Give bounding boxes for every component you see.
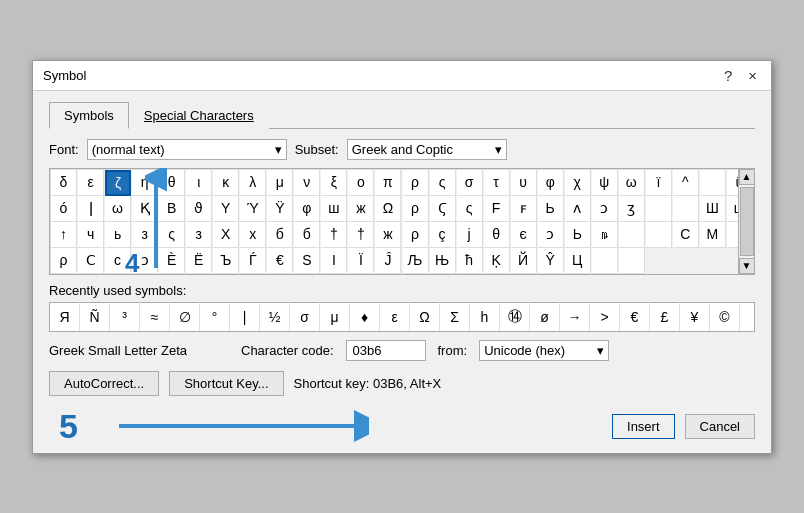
symbol-cell[interactable]: ς <box>457 196 483 222</box>
char-code-input[interactable] <box>346 340 426 361</box>
symbol-cell[interactable]: Ύ <box>240 196 266 222</box>
symbol-cell[interactable]: ç <box>430 222 456 248</box>
symbol-cell[interactable]: б <box>267 222 293 248</box>
close-button[interactable]: × <box>744 67 761 84</box>
symbol-cell[interactable]: Ь <box>538 196 564 222</box>
symbol-cell[interactable]: Ϛ <box>430 196 456 222</box>
symbol-cell[interactable]: ζ <box>105 170 131 196</box>
autocorrect-button[interactable]: AutoCorrect... <box>49 371 159 396</box>
symbol-cell[interactable]: ш <box>321 196 347 222</box>
recent-cell[interactable]: ⑭ <box>500 302 530 331</box>
symbol-cell[interactable]: υ <box>511 170 537 196</box>
symbol-cell[interactable]: з <box>186 222 212 248</box>
symbol-cell[interactable]: Ŷ <box>538 248 564 274</box>
symbol-cell[interactable]: є <box>511 222 537 248</box>
symbol-cell[interactable]: δ <box>51 170 77 196</box>
symbol-cell[interactable]: ɔ <box>538 222 564 248</box>
symbol-cell[interactable]: € <box>267 248 293 274</box>
symbol-cell[interactable]: † <box>321 222 347 248</box>
symbol-cell[interactable]: ó <box>51 196 77 222</box>
symbol-cell[interactable]: I <box>321 248 347 274</box>
recent-cell[interactable]: Ω <box>410 302 440 331</box>
symbol-cell[interactable]: Ц <box>565 248 591 274</box>
symbol-cell[interactable] <box>592 248 618 274</box>
recent-cell[interactable]: £ <box>650 302 680 331</box>
recent-cell[interactable]: > <box>590 302 620 331</box>
symbol-cell[interactable]: φ <box>294 196 320 222</box>
recent-cell[interactable]: | <box>230 302 260 331</box>
recent-cell[interactable]: ♦ <box>350 302 380 331</box>
symbol-cell[interactable]: ж <box>348 196 374 222</box>
symbol-cell[interactable]: Ь <box>565 222 591 248</box>
symbol-cell[interactable] <box>646 222 672 248</box>
symbol-cell[interactable]: ꬺ <box>592 222 618 248</box>
symbol-cell[interactable]: ρ <box>51 248 77 274</box>
symbol-cell[interactable]: † <box>348 222 374 248</box>
symbol-cell[interactable]: ^ <box>673 170 699 196</box>
symbol-cell[interactable]: Й <box>511 248 537 274</box>
symbol-cell[interactable]: j <box>457 222 483 248</box>
recent-cell[interactable]: → <box>560 302 590 331</box>
symbol-cell[interactable]: ρ <box>403 170 429 196</box>
symbol-cell[interactable]: Ш <box>700 196 726 222</box>
font-select[interactable]: (normal text) ▾ <box>87 139 287 160</box>
symbol-cell[interactable]: È <box>159 248 185 274</box>
symbol-cell[interactable]: φ <box>538 170 564 196</box>
symbol-cell[interactable]: ψ <box>592 170 618 196</box>
symbol-cell[interactable]: θ <box>159 170 185 196</box>
symbol-cell[interactable]: Ъ <box>213 248 239 274</box>
symbol-cell[interactable]: χ <box>565 170 591 196</box>
recent-cell[interactable]: € <box>620 302 650 331</box>
symbol-cell[interactable]: Ω <box>375 196 401 222</box>
symbol-cell[interactable]: η <box>132 170 158 196</box>
symbol-cell[interactable] <box>619 222 645 248</box>
symbol-cell[interactable]: ħ <box>457 248 483 274</box>
symbol-cell[interactable]: ꜰ <box>511 196 537 222</box>
symbol-cell[interactable]: ρ <box>403 222 429 248</box>
symbol-cell[interactable]: ↑ <box>51 222 77 248</box>
recent-cell[interactable]: ø <box>530 302 560 331</box>
symbol-cell[interactable]: ɔ <box>592 196 618 222</box>
recent-cell[interactable]: Ñ <box>80 302 110 331</box>
scrollbar[interactable]: ▲ ▼ <box>738 169 754 274</box>
recent-cell[interactable]: μ <box>320 302 350 331</box>
from-select[interactable]: Unicode (hex) ▾ <box>479 340 609 361</box>
recent-cell[interactable]: ¥ <box>680 302 710 331</box>
symbol-cell[interactable]: ϑ <box>186 196 212 222</box>
recent-cell[interactable]: Я <box>50 302 80 331</box>
recent-cell[interactable]: h <box>470 302 500 331</box>
symbol-cell[interactable]: Ķ <box>484 248 510 274</box>
symbol-cell[interactable]: ο <box>348 170 374 196</box>
symbol-cell[interactable]: ω <box>619 170 645 196</box>
recent-cell[interactable]: ∅ <box>170 302 200 331</box>
symbol-cell[interactable]: Љ <box>403 248 429 274</box>
symbol-cell[interactable]: ï <box>646 170 672 196</box>
symbol-cell[interactable]: ʒ <box>619 196 645 222</box>
symbol-cell[interactable]: θ <box>484 222 510 248</box>
symbol-cell[interactable]: Қ <box>132 196 158 222</box>
symbol-cell[interactable]: ς <box>159 222 185 248</box>
recent-cell[interactable]: ½ <box>260 302 290 331</box>
symbol-cell[interactable] <box>646 196 672 222</box>
recent-cell[interactable]: Σ <box>440 302 470 331</box>
help-button[interactable]: ? <box>720 67 736 84</box>
symbol-cell[interactable]: ь <box>105 222 131 248</box>
symbol-cell[interactable] <box>619 248 645 274</box>
insert-button[interactable]: Insert <box>612 414 675 439</box>
symbol-cell[interactable]: ч <box>78 222 104 248</box>
symbol-cell[interactable]: F <box>484 196 510 222</box>
scroll-thumb[interactable] <box>740 187 754 256</box>
recent-cell[interactable]: ε <box>380 302 410 331</box>
recent-cell[interactable]: ≈ <box>140 302 170 331</box>
recent-cell[interactable]: ³ <box>110 302 140 331</box>
symbol-cell[interactable]: Х <box>213 222 239 248</box>
symbol-cell[interactable]: з <box>132 222 158 248</box>
shortcut-key-button[interactable]: Shortcut Key... <box>169 371 283 396</box>
symbol-cell[interactable]: ξ <box>321 170 347 196</box>
symbol-cell[interactable]: τ <box>484 170 510 196</box>
scroll-down[interactable]: ▼ <box>739 258 755 274</box>
tab-special[interactable]: Special Characters <box>129 102 269 129</box>
symbol-cell[interactable]: λ <box>240 170 266 196</box>
recent-cell[interactable]: © <box>710 302 740 331</box>
symbol-cell[interactable]: π <box>375 170 401 196</box>
